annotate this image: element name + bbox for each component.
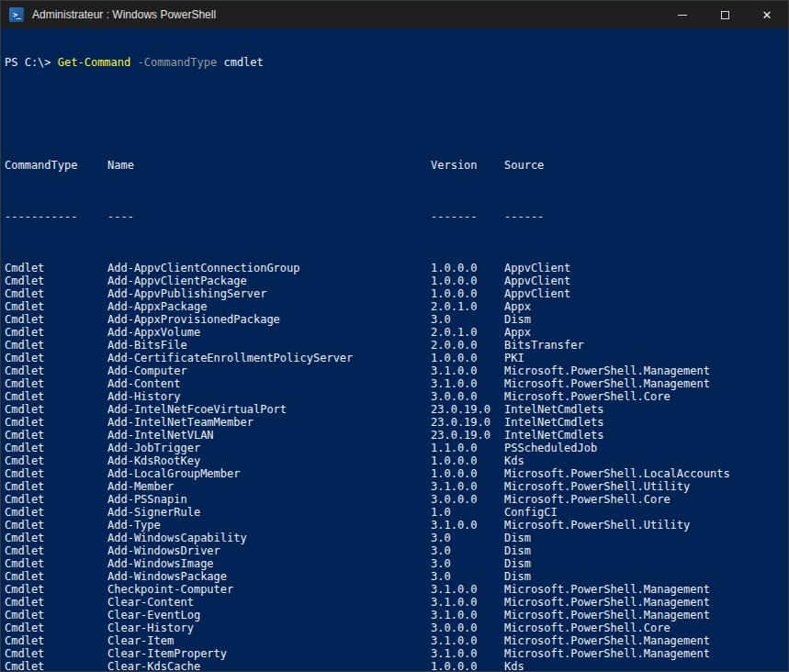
cell-version: 3.0.0.0 (431, 622, 504, 634)
cell-source: Microsoft.PowerShell.Management (504, 634, 788, 647)
cell-version: 3.1.0.0 (431, 480, 504, 493)
cell-source: Dism (504, 570, 788, 583)
table-row: CmdletAdd-SignerRule1.0ConfigCI (5, 506, 788, 519)
table-row: CmdletClear-EventLog3.1.0.0Microsoft.Pow… (5, 609, 788, 622)
prompt: PS C:\> (5, 56, 58, 69)
maximize-button[interactable] (704, 1, 746, 28)
window-controls: ✕ (661, 1, 788, 28)
cell-source: Microsoft.PowerShell.Management (504, 596, 788, 609)
minimize-button[interactable] (661, 1, 704, 28)
cell-source: Microsoft.PowerShell.Utility (504, 480, 788, 493)
cell-source: AppvClient (504, 262, 788, 274)
cell-type: Cmdlet (5, 532, 107, 544)
cell-type: Cmdlet (5, 506, 107, 519)
cell-name: Add-AppxPackage (107, 300, 431, 313)
cell-source: Dism (504, 557, 788, 570)
header-version: Version (431, 159, 504, 172)
command-text: Get-Command (58, 56, 130, 69)
separator-commandtype: ----------- (5, 210, 107, 223)
cell-type: Cmdlet (5, 454, 107, 467)
argument-text: cmdlet (217, 56, 264, 69)
header-source: Source (504, 159, 788, 172)
table-row: CmdletAdd-PSSnapin3.0.0.0Microsoft.Power… (5, 493, 788, 506)
cell-type: Cmdlet (5, 609, 107, 622)
cell-name: Add-SignerRule (107, 506, 431, 519)
cell-type: Cmdlet (5, 647, 107, 660)
table-row: CmdletAdd-IntelNetTeamMember23.0.19.0Int… (5, 416, 788, 429)
cell-version: 1.1.0.0 (431, 442, 504, 454)
table-row: CmdletAdd-AppxProvisionedPackage3.0Dism (5, 313, 788, 326)
cell-source: IntelNetCmdlets (504, 403, 788, 416)
table-row: CmdletAdd-WindowsDriver3.0Dism (5, 544, 788, 557)
cell-name: Clear-Content (107, 596, 431, 609)
cell-source: Microsoft.PowerShell.Management (504, 583, 788, 596)
title-bar[interactable]: >_ Administrateur : Windows PowerShell ✕ (1, 1, 788, 28)
cell-version: 1.0.0.0 (431, 352, 504, 364)
table-row: CmdletClear-ItemProperty3.1.0.0Microsoft… (5, 647, 788, 660)
table-separator-row: ---------------------------- (5, 210, 788, 223)
cell-version: 3.0 (431, 532, 504, 544)
table-row: CmdletAdd-LocalGroupMember1.0.0.0Microso… (5, 467, 788, 480)
cell-version: 3.1.0.0 (431, 647, 504, 660)
cell-source: Microsoft.PowerShell.LocalAccounts (504, 467, 788, 480)
minimize-icon (678, 15, 687, 16)
cell-name: Add-AppxProvisionedPackage (107, 313, 431, 326)
cell-type: Cmdlet (5, 403, 107, 416)
cell-source: Dism (504, 544, 788, 557)
cell-name: Add-WindowsImage (107, 557, 431, 570)
table-row: CmdletAdd-AppvPublishingServer1.0.0.0App… (5, 287, 788, 300)
cell-type: Cmdlet (5, 352, 107, 364)
close-button[interactable]: ✕ (746, 1, 788, 28)
cell-name: Clear-ItemProperty (107, 647, 431, 660)
blank-line (5, 107, 788, 120)
cell-version: 3.1.0.0 (431, 364, 504, 377)
cell-name: Clear-EventLog (107, 609, 431, 622)
cell-version: 23.0.19.0 (431, 416, 504, 429)
cell-version: 1.0.0.0 (431, 274, 504, 287)
window-title: Administrateur : Windows PowerShell (32, 8, 216, 21)
cell-source: ConfigCI (504, 506, 788, 519)
cell-name: Add-AppvPublishingServer (107, 287, 431, 300)
cell-type: Cmdlet (5, 660, 107, 671)
cell-type: Cmdlet (5, 339, 107, 352)
cell-version: 2.0.1.0 (431, 300, 504, 313)
cell-name: Add-IntelNetFcoeVirtualPort (107, 403, 431, 416)
console-output[interactable]: PS C:\> Get-Command -CommandType cmdlet … (1, 28, 788, 671)
cell-source: Microsoft.PowerShell.Management (504, 609, 788, 622)
table-row: CmdletAdd-KdsRootKey1.0.0.0Kds (5, 454, 788, 467)
table-row: CmdletAdd-AppvClientPackage1.0.0.0AppvCl… (5, 274, 788, 287)
cell-type: Cmdlet (5, 262, 107, 274)
cell-version: 3.1.0.0 (431, 634, 504, 647)
cell-source: Microsoft.PowerShell.Core (504, 493, 788, 506)
cell-type: Cmdlet (5, 364, 107, 377)
cell-source: Kds (504, 660, 788, 671)
cell-name: Add-Content (107, 377, 431, 390)
cell-type: Cmdlet (5, 519, 107, 532)
cell-version: 2.0.0.0 (431, 339, 504, 352)
cell-version: 3.1.0.0 (431, 596, 504, 609)
cell-type: Cmdlet (5, 622, 107, 634)
table-row: CmdletAdd-BitsFile2.0.0.0BitsTransfer (5, 339, 788, 352)
command-line: PS C:\> Get-Command -CommandType cmdlet (5, 56, 788, 69)
cell-source: IntelNetCmdlets (504, 429, 788, 442)
cell-type: Cmdlet (5, 634, 107, 647)
cell-version: 3.1.0.0 (431, 609, 504, 622)
cell-name: Add-Member (107, 480, 431, 493)
cell-version: 3.0.0.0 (431, 390, 504, 403)
cell-name: Add-Computer (107, 364, 431, 377)
cell-type: Cmdlet (5, 480, 107, 493)
cell-version: 23.0.19.0 (431, 429, 504, 442)
cell-type: Cmdlet (5, 570, 107, 583)
table-row: CmdletAdd-WindowsImage3.0Dism (5, 557, 788, 570)
cell-type: Cmdlet (5, 467, 107, 480)
powershell-icon: >_ (9, 7, 24, 22)
table-row: CmdletAdd-WindowsPackage3.0Dism (5, 570, 788, 583)
table-header-row: CommandTypeNameVersionSource (5, 159, 788, 172)
table-row: CmdletAdd-Member3.1.0.0Microsoft.PowerSh… (5, 480, 788, 493)
maximize-icon (721, 11, 729, 19)
cell-source: Appx (504, 326, 788, 339)
table-row: CmdletAdd-Content3.1.0.0Microsoft.PowerS… (5, 377, 788, 390)
cell-type: Cmdlet (5, 390, 107, 403)
table-row: CmdletAdd-IntelNetFcoeVirtualPort23.0.19… (5, 403, 788, 416)
cell-type: Cmdlet (5, 416, 107, 429)
